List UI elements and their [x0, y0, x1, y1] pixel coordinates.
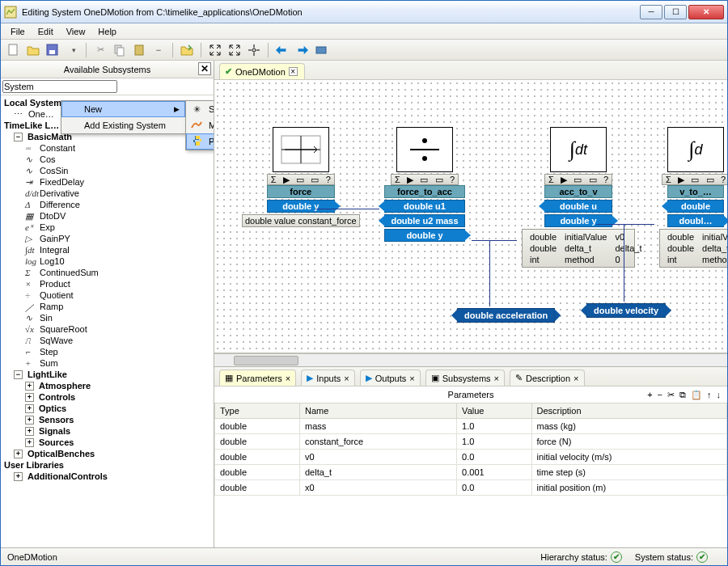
expand-icon[interactable]: +: [14, 450, 23, 458]
diagram-canvas[interactable]: Σ▶▭▭? force double y double value consta…: [214, 80, 727, 353]
goto-in-icon[interactable]: [274, 42, 290, 58]
ctx-new-system[interactable]: ✳System: [186, 101, 214, 117]
tree-item[interactable]: ∿Cos: [2, 154, 212, 165]
menu-file[interactable]: File: [4, 25, 32, 38]
input-port[interactable]: double: [667, 200, 724, 213]
tree-item[interactable]: ⌐Step: [2, 346, 212, 357]
expand-icon[interactable]: [226, 42, 243, 58]
nav-right-icon[interactable]: ▶: [561, 175, 567, 185]
save-dropdown-icon[interactable]: [64, 42, 80, 58]
tree-group-user[interactable]: User Libraries: [2, 459, 212, 471]
tree-item[interactable]: ∿Sin: [2, 312, 212, 323]
tab-parameters[interactable]: ▦Parameters×: [219, 370, 296, 386]
import-icon[interactable]: [179, 42, 195, 58]
expand-icon[interactable]: +: [25, 416, 34, 424]
ctx-new-matlab[interactable]: Matlab System: [186, 117, 214, 133]
tree-item[interactable]: ⎍SqWave: [2, 335, 212, 346]
input-port[interactable]: double u: [544, 200, 612, 213]
ctx-add-existing[interactable]: Add Existing System: [61, 117, 185, 133]
tree-item[interactable]: ×Product: [2, 278, 212, 289]
panel-close-icon[interactable]: ✕: [198, 62, 211, 75]
cell-name[interactable]: delta_t: [299, 465, 456, 480]
cell-type[interactable]: double: [215, 480, 300, 496]
expand-icon[interactable]: +: [25, 393, 34, 402]
tree-item[interactable]: ⎓Constant: [2, 142, 212, 154]
tree-item[interactable]: +Signals: [2, 425, 212, 437]
nav-right-icon[interactable]: ▶: [283, 175, 290, 185]
scrollbar-thumb[interactable]: [234, 356, 298, 365]
move-up-icon[interactable]: ↑: [707, 390, 712, 400]
collapse-icon[interactable]: −: [14, 133, 23, 142]
expand-icon[interactable]: +: [25, 427, 34, 436]
tab-description[interactable]: ✎Description×: [510, 370, 584, 386]
copy-icon[interactable]: ⧉: [679, 390, 686, 400]
col-name[interactable]: Name: [299, 403, 456, 419]
col-value[interactable]: Value: [457, 403, 531, 419]
input-port-u1[interactable]: double u1: [384, 200, 465, 213]
cell-type[interactable]: double: [215, 419, 300, 434]
tree-item[interactable]: ／Ramp: [2, 301, 212, 312]
tree-item[interactable]: +Controls: [2, 391, 212, 403]
block-force-to-acc[interactable]: Σ▶▭▭? force_to_acc double u1 double u2 m…: [384, 127, 465, 242]
cell-value[interactable]: 1.0: [457, 434, 531, 450]
collapse-icon[interactable]: [207, 42, 223, 58]
tree-item[interactable]: logLog10: [2, 256, 212, 267]
copy-icon[interactable]: [112, 42, 128, 58]
parameters-table[interactable]: Type Name Value Description doublemass1.…: [214, 403, 727, 547]
output-port[interactable]: doubl…: [667, 214, 724, 227]
minimize-button[interactable]: ─: [640, 5, 662, 19]
tab-subsystems[interactable]: ▣Subsystems×: [425, 370, 505, 386]
tree-item[interactable]: ΔDifference: [2, 199, 212, 210]
nav-right-icon[interactable]: ▶: [678, 175, 684, 185]
output-port[interactable]: double y: [544, 214, 612, 227]
block-v-to-x[interactable]: ∫d Σ▶▭▭? v_to_… double doubl… doubleinit…: [659, 127, 727, 268]
tab-close-icon[interactable]: ×: [344, 374, 349, 383]
cut-icon[interactable]: ✂: [667, 390, 675, 400]
table-row[interactable]: doubleconstant_force1.0force (N): [215, 434, 727, 450]
save-icon[interactable]: [44, 42, 61, 58]
block-acc-to-v[interactable]: ∫dt Σ▶▭▭? acc_to_v double u double y dou…: [522, 127, 635, 268]
tree-item[interactable]: d/dtDerivative: [2, 188, 212, 199]
cell-value[interactable]: 0.0: [457, 450, 531, 465]
cell-desc[interactable]: initial position (m): [531, 480, 726, 496]
cell-value[interactable]: 1.0: [457, 419, 531, 434]
block-force[interactable]: Σ▶▭▭? force double y double value consta…: [242, 127, 360, 227]
system-selector-input[interactable]: [2, 80, 117, 93]
center-icon[interactable]: [246, 42, 262, 58]
expand-icon[interactable]: +: [25, 382, 34, 391]
output-port[interactable]: double y: [384, 229, 465, 242]
paste-icon[interactable]: [131, 42, 147, 58]
tree-item[interactable]: +Sensors: [2, 414, 212, 425]
tree-item[interactable]: ▷GainPY: [2, 233, 212, 244]
tree-item[interactable]: ∫dtIntegral: [2, 244, 212, 256]
cell-type[interactable]: double: [215, 450, 300, 465]
tab-close-icon[interactable]: ×: [409, 374, 414, 383]
cell-name[interactable]: constant_force: [299, 434, 456, 450]
tree-item[interactable]: +Atmosphere: [2, 380, 212, 391]
table-row[interactable]: doublemass1.0mass (kg): [215, 419, 727, 434]
signal-tag-acceleration[interactable]: double acceleration: [457, 308, 555, 323]
tree-item[interactable]: ∿CosSin: [2, 165, 212, 176]
table-row[interactable]: doublev00.0initial velocity (m/s): [215, 450, 727, 465]
tree-item-opticalbenches[interactable]: +OpticalBenches: [2, 448, 212, 459]
move-down-icon[interactable]: ↓: [717, 390, 722, 400]
tab-close-icon[interactable]: ×: [494, 374, 499, 383]
col-description[interactable]: Description: [531, 403, 726, 419]
tree-item[interactable]: ÷Quotient: [2, 289, 212, 301]
tab-close-icon[interactable]: ×: [289, 67, 298, 76]
expand-icon[interactable]: +: [14, 472, 23, 481]
tree-context-menu[interactable]: New▶ Add Existing System: [61, 100, 186, 134]
cell-name[interactable]: x0: [299, 480, 456, 496]
expand-icon[interactable]: +: [25, 404, 34, 413]
menu-view[interactable]: View: [60, 25, 92, 38]
cell-desc[interactable]: mass (kg): [531, 419, 726, 434]
tree-item[interactable]: +Sources: [2, 437, 212, 448]
tree-group-lightlike[interactable]: −LightLike: [2, 369, 212, 380]
menu-help[interactable]: Help: [91, 25, 123, 38]
remove-param-icon[interactable]: −: [658, 390, 662, 400]
add-param-icon[interactable]: +: [647, 390, 652, 400]
col-type[interactable]: Type: [215, 403, 300, 419]
tab-close-icon[interactable]: ×: [286, 374, 290, 383]
tree-item[interactable]: eˣExp: [2, 222, 212, 233]
tab-outputs[interactable]: ▶Outputs×: [360, 370, 421, 386]
